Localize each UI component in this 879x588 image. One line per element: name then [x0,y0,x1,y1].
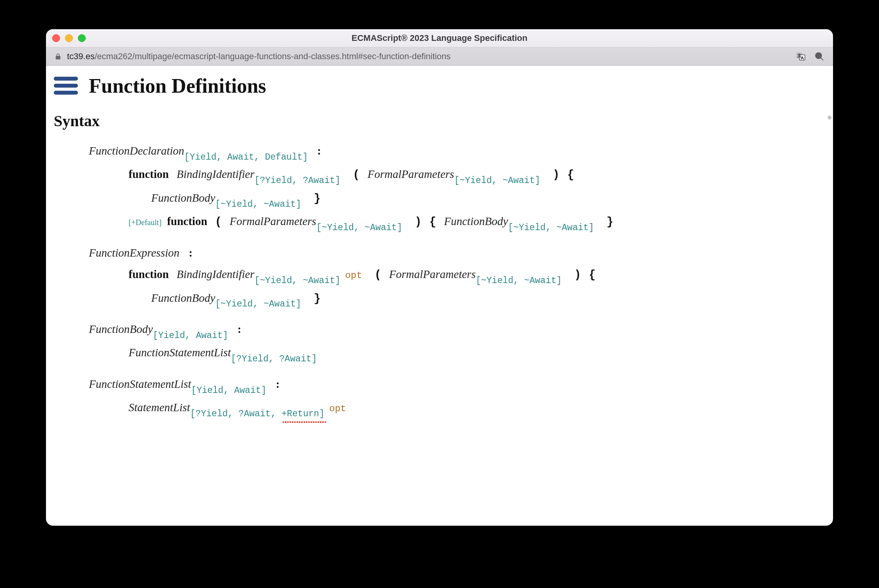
scrollbar-thumb[interactable] [828,116,831,120]
url-path: /ecma262/multipage/ecmascript-language-f… [95,51,450,61]
params: [?Yield, ?Await] [254,176,341,186]
rhs: function BindingIdentifier[?Yield, ?Awai… [129,164,825,211]
menu-bar-icon [54,84,78,88]
colon: : [189,246,193,259]
terminal-open-paren: ( [215,216,222,229]
window-title: ECMAScript® 2023 Language Specification [46,33,833,43]
nonterminal[interactable]: FunctionBody [151,192,215,204]
rhs: [+Default] function ( FormalParameters[~… [129,211,825,234]
production-function-body: FunctionBody[Yield, Await] : FunctionSta… [89,319,825,366]
url-bar[interactable]: tc39.es/ecma262/multipage/ecmascript-lan… [46,48,833,66]
params: [?Yield, ?Await, +Return] [190,409,325,419]
terminal-open-paren: ( [374,269,381,282]
url-host: tc39.es [67,51,95,61]
window-controls [52,34,86,42]
params: [~Yield, ~Await] [476,276,562,286]
nonterminal[interactable]: FunctionStatementList [129,346,231,359]
terminal-close-paren: ) [574,269,581,282]
params: [~Yield, ~Await] [215,299,301,309]
terminal-open-brace: { [429,216,436,229]
rhs: StatementList[?Yield, ?Await, +Return] o… [129,397,825,420]
titlebar: ECMAScript® 2023 Language Specification [46,29,833,48]
nonterminal[interactable]: FormalParameters [229,215,316,227]
colon: : [238,323,242,335]
terminal-close-paren: ) [553,169,560,181]
nonterminal[interactable]: BindingIdentifier [177,268,254,280]
page-content: Function Definitions Syntax FunctionDecl… [46,66,833,526]
nonterminal[interactable]: FunctionStatementList [89,378,191,390]
terminal-close-brace: } [607,216,613,229]
terminal-open-brace: { [589,269,595,282]
section-heading: Syntax [46,101,833,132]
nonterminal[interactable]: FormalParameters [389,268,476,280]
opt: opt [345,270,362,281]
grammar-block: FunctionDeclaration[Yield, Await, Defaul… [46,132,833,440]
svg-line-5 [821,58,823,60]
keyword-function: function [129,268,169,280]
params: [~Yield, ~Await] [215,199,301,209]
page-header: Function Definitions [46,66,833,101]
params-prefix: [?Yield, ?Await, [190,409,282,419]
nonterminal[interactable]: FormalParameters [367,168,454,180]
browser-window: ECMAScript® 2023 Language Specification … [46,29,833,526]
production-function-statement-list: FunctionStatementList[Yield, Await] : St… [89,373,825,421]
params: [?Yield, ?Await] [231,354,317,364]
nonterminal[interactable]: FunctionDeclaration [89,144,184,157]
guard: [+Default] [129,218,162,227]
params: [Yield, Await, Default] [184,152,308,162]
nonterminal[interactable]: StatementList [129,401,190,414]
production-function-expression: FunctionExpression : function BindingIde… [89,242,825,311]
keyword-function: function [167,215,207,227]
terminal-close-brace: } [314,192,320,205]
production-function-declaration: FunctionDeclaration[Yield, Await, Defaul… [89,140,825,234]
colon: : [317,144,321,157]
terminal-close-brace: } [314,292,320,305]
params: [~Yield, ~Await] [454,176,540,186]
nonterminal[interactable]: BindingIdentifier [177,168,254,180]
params: [Yield, Await] [191,386,267,396]
terminal-close-paren: ) [415,216,422,229]
menu-bar-icon [54,91,78,95]
keyword-function: function [129,168,169,180]
rhs-continued: FunctionBody[~Yield, ~Await] } [151,187,825,211]
terminal-open-paren: ( [353,169,360,181]
svg-text:A: A [801,56,804,60]
params: [~Yield, ~Await] [316,223,402,233]
url-text: tc39.es/ecma262/multipage/ecmascript-lan… [67,51,790,62]
params: [~Yield, ~Await] [254,276,341,286]
urlbar-actions: 文A [796,51,824,62]
rhs: FunctionStatementList[?Yield, ?Await] [129,342,825,365]
minimize-icon[interactable] [65,34,73,42]
colon: : [276,378,280,390]
opt: opt [329,403,346,414]
terminal-open-brace: { [567,169,574,181]
params-return-underlined: +Return] [282,409,325,419]
menu-bar-icon [54,77,78,81]
zoom-in-icon[interactable] [814,51,824,62]
lock-icon [55,53,62,60]
nonterminal[interactable]: FunctionBody [151,292,215,304]
nonterminal[interactable]: FunctionBody [444,215,508,227]
rhs-continued: FunctionBody[~Yield, ~Await] } [151,287,825,311]
maximize-icon[interactable] [78,34,86,42]
close-icon[interactable] [52,34,60,42]
nonterminal[interactable]: FunctionExpression [89,246,180,259]
params: [~Yield, ~Await] [508,223,594,233]
nonterminal[interactable]: FunctionBody [89,323,153,335]
menu-button[interactable] [54,74,78,98]
params: [Yield, Await] [153,331,228,341]
translate-icon[interactable]: 文A [796,51,806,62]
rhs: function BindingIdentifier[~Yield, ~Awai… [129,264,825,311]
page-title: Function Definitions [89,74,266,97]
